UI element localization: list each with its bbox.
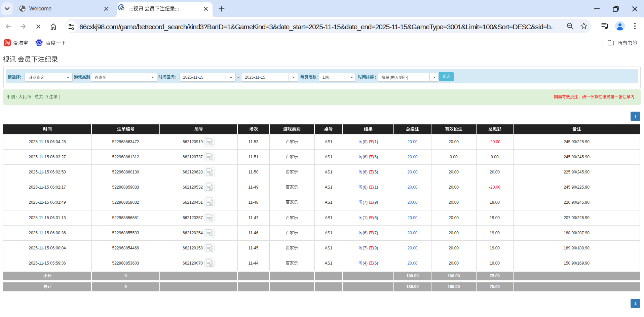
svg-text:du: du <box>37 43 41 46</box>
